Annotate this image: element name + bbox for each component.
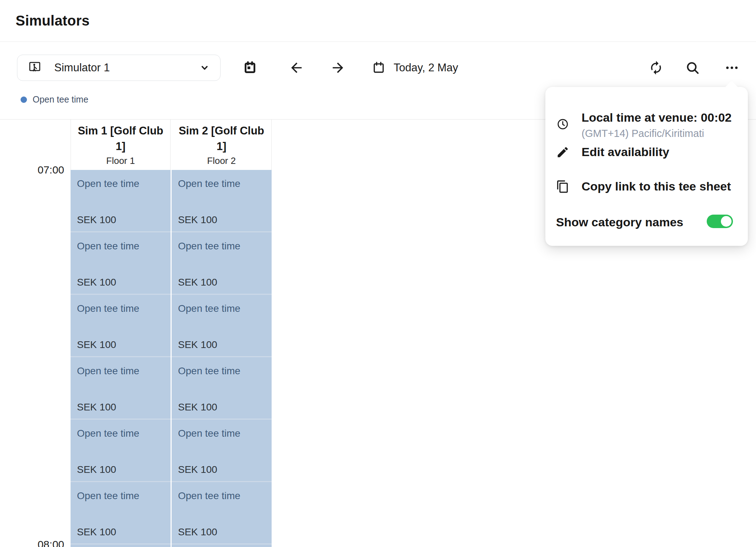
slot-price: SEK 100 <box>77 464 116 475</box>
copy-icon <box>556 180 569 193</box>
tee-time-slot[interactable]: Open tee timeSEK 100 <box>172 232 272 294</box>
tee-time-slot[interactable]: Open tee timeSEK 100 <box>172 295 272 356</box>
slot-label: Open tee time <box>178 489 272 503</box>
tee-time-slot[interactable]: Open tee timeSEK 100 <box>71 357 171 419</box>
slot-label: Open tee time <box>178 239 272 253</box>
calendar-icon <box>372 61 386 75</box>
slot-price: SEK 100 <box>178 464 217 475</box>
tee-time-slot[interactable]: Open tee timeSEK 100 <box>172 482 272 543</box>
arrow-back-icon <box>289 60 304 76</box>
page-header: Simulators <box>0 0 756 42</box>
show-category-names-toggle[interactable] <box>707 215 733 228</box>
date-picker-button[interactable]: Today, 2 May <box>372 56 458 79</box>
slot-price: SEK 100 <box>178 339 217 350</box>
toggle-label: Show category names <box>556 215 683 229</box>
menu-item-label: Copy link to this tee sheet <box>582 179 731 193</box>
open-tee-time-dot <box>21 96 27 103</box>
search-icon <box>685 60 700 76</box>
page-title: Simulators <box>16 13 90 29</box>
tee-time-slot[interactable]: Open tee timeSEK 100 <box>71 482 171 543</box>
slot-label: Open tee time <box>77 177 171 190</box>
tee-time-slot[interactable]: Open tee timeSEK 100 <box>172 420 272 481</box>
grid-column: Sim 1 [Golf Club 1]Floor 1Open tee timeS… <box>71 120 171 547</box>
schedule-view-button[interactable] <box>240 58 260 78</box>
slot-price: SEK 100 <box>77 526 116 538</box>
more-options-button[interactable] <box>722 58 742 78</box>
more-options-menu: Local time at venue: 00:02 (GMT+14) Paci… <box>545 87 748 246</box>
local-time-row: Local time at venue: 00:02 (GMT+14) Paci… <box>545 98 748 132</box>
column-title: Sim 1 [Golf Club 1] <box>76 123 165 154</box>
slot-price: SEK 100 <box>178 214 217 226</box>
more-horizontal-icon <box>724 60 739 75</box>
column-title: Sim 2 [Golf Club 1] <box>177 123 266 154</box>
tee-time-slot[interactable]: Open tee timeSEK 100 <box>71 420 171 481</box>
tee-time-slot[interactable]: Open tee timeSEK 100 <box>71 232 171 294</box>
legend: Open tee time <box>21 94 88 105</box>
slot-price: SEK 100 <box>77 339 116 350</box>
previous-day-button[interactable] <box>287 58 306 78</box>
slot-label: Open tee time <box>77 364 171 378</box>
arrow-forward-icon <box>330 60 346 76</box>
refresh-button[interactable] <box>646 58 666 78</box>
slot-label: Open tee time <box>77 239 171 253</box>
chevron-down-icon <box>198 61 212 75</box>
column-subtitle: Floor 2 <box>177 155 266 167</box>
current-date-label: Today, 2 May <box>394 61 458 74</box>
slot-price: SEK 100 <box>178 526 217 538</box>
pencil-icon <box>556 145 569 159</box>
slot-price: SEK 100 <box>77 214 116 226</box>
menu-item-label: Edit availability <box>582 145 669 159</box>
clock-icon <box>556 117 569 131</box>
column-subtitle: Floor 1 <box>76 155 165 167</box>
toggle-thumb <box>721 216 732 227</box>
time-label: 08:00 <box>0 538 64 547</box>
local-time-subtitle: (GMT+14) Pacific/Kiritimati <box>582 126 704 141</box>
menu-item-edit-availability[interactable]: Edit availability <box>545 144 748 161</box>
menu-item-copy-link[interactable]: Copy link to this tee sheet <box>545 179 748 195</box>
column-header: Sim 2 [Golf Club 1]Floor 2 <box>172 120 272 170</box>
search-button[interactable] <box>683 58 702 78</box>
refresh-icon <box>649 60 663 75</box>
slot-label: Open tee time <box>178 364 272 378</box>
simulator-icon <box>27 60 42 75</box>
resource-select[interactable]: Simulator 1 <box>17 55 221 81</box>
next-day-button[interactable] <box>328 58 348 78</box>
tee-time-slot[interactable]: Open tee timeSEK 100 <box>71 170 171 231</box>
grid-column: Sim 2 [Golf Club 1]Floor 2Open tee timeS… <box>172 120 272 547</box>
slot-price: SEK 100 <box>178 402 217 413</box>
slot-label: Open tee time <box>77 302 171 315</box>
tee-time-slot[interactable]: Open tee timeSEK 100 <box>172 545 272 547</box>
time-label: 07:00 <box>0 164 64 176</box>
toolbar: Simulator 1 <box>0 42 756 90</box>
slot-price: SEK 100 <box>178 277 217 288</box>
slot-label: Open tee time <box>77 427 171 440</box>
calendar-schedule-icon <box>243 61 257 75</box>
resource-select-value: Simulator 1 <box>54 61 110 74</box>
local-time-title: Local time at venue: 00:02 <box>582 110 732 125</box>
legend-label: Open tee time <box>33 94 88 105</box>
slot-label: Open tee time <box>178 177 272 190</box>
tee-time-slot[interactable]: Open tee timeSEK 100 <box>71 295 171 356</box>
tee-time-slot[interactable]: Open tee timeSEK 100 <box>172 357 272 419</box>
tee-time-slot[interactable]: Open tee timeSEK 100 <box>172 170 272 231</box>
slot-label: Open tee time <box>178 427 272 440</box>
slot-label: Open tee time <box>77 489 171 503</box>
column-header: Sim 1 [Golf Club 1]Floor 1 <box>71 120 171 170</box>
tee-time-slot[interactable]: Open tee timeSEK 100 <box>71 545 171 547</box>
slot-price: SEK 100 <box>77 402 116 413</box>
slot-label: Open tee time <box>178 302 272 315</box>
slot-price: SEK 100 <box>77 277 116 288</box>
